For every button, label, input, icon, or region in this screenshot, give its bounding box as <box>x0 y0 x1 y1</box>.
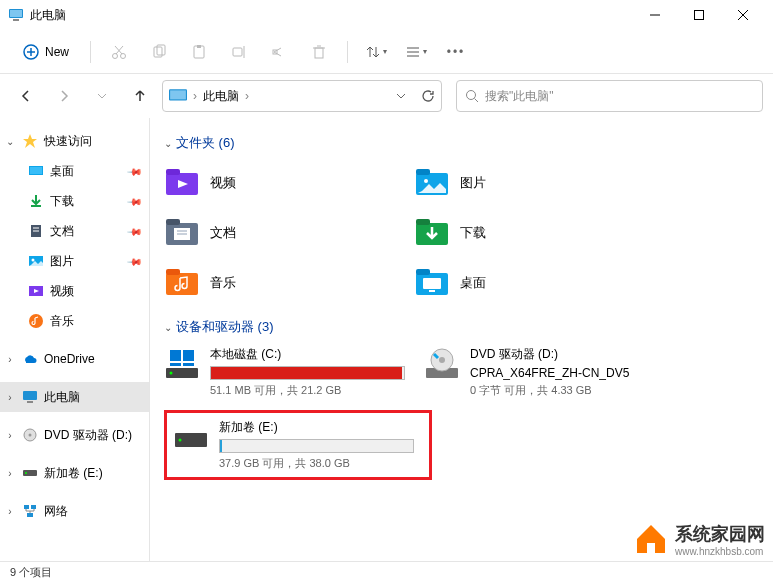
drive-icon <box>22 465 38 481</box>
pin-icon: 📌 <box>127 253 143 269</box>
svg-point-44 <box>29 434 32 437</box>
sidebar-pictures[interactable]: 图片📌 <box>0 246 149 276</box>
status-bar: 9 个项目 <box>0 561 773 583</box>
folder-music[interactable]: 音乐 <box>164 262 394 304</box>
arrow-up-icon <box>132 88 148 104</box>
copy-button[interactable] <box>141 34 177 70</box>
search-box[interactable]: 搜索"此电脑" <box>456 80 763 112</box>
folder-pictures[interactable]: 图片 <box>414 162 644 204</box>
sidebar-downloads[interactable]: 下载📌 <box>0 186 149 216</box>
cut-button[interactable] <box>101 34 137 70</box>
svg-point-40 <box>29 314 43 328</box>
up-button[interactable] <box>124 80 156 112</box>
sidebar-dvd[interactable]: ›DVD 驱动器 (D:) <box>0 420 149 450</box>
sidebar-desktop[interactable]: 桌面📌 <box>0 156 149 186</box>
separator <box>347 41 348 63</box>
svg-rect-65 <box>416 269 430 275</box>
svg-rect-4 <box>695 11 704 20</box>
document-icon <box>28 223 44 239</box>
drive-e-name: 新加卷 (E:) <box>219 419 423 436</box>
share-button[interactable] <box>261 34 297 70</box>
drive-e[interactable]: 新加卷 (E:) 37.9 GB 可用，共 38.0 GB <box>173 419 423 471</box>
sort-button[interactable]: ▾ <box>358 34 394 70</box>
arrow-right-icon <box>56 88 72 104</box>
refresh-icon[interactable] <box>421 89 435 103</box>
chevron-right-icon: › <box>193 89 197 103</box>
nav-row: › 此电脑 › 搜索"此电脑" <box>0 74 773 118</box>
svg-rect-67 <box>429 290 435 292</box>
music-icon <box>28 313 44 329</box>
chevron-down-icon: ⌄ <box>164 322 172 333</box>
sidebar-documents[interactable]: 文档📌 <box>0 216 149 246</box>
sidebar-newvol[interactable]: ›新加卷 (E:) <box>0 458 149 488</box>
svg-rect-72 <box>170 363 181 366</box>
folder-videos[interactable]: 视频 <box>164 162 394 204</box>
svg-rect-73 <box>183 363 194 366</box>
download-icon <box>28 193 44 209</box>
desktop-folder-icon <box>414 265 450 301</box>
pin-icon: 📌 <box>127 223 143 239</box>
chevron-right-icon: › <box>4 392 16 403</box>
pin-icon: 📌 <box>127 193 143 209</box>
documents-folder-icon <box>164 215 200 251</box>
separator <box>90 41 91 63</box>
svg-point-69 <box>170 372 173 375</box>
sidebar-music[interactable]: 音乐 <box>0 306 149 336</box>
more-button[interactable]: ••• <box>438 34 474 70</box>
highlight-box: 新加卷 (E:) 37.9 GB 可用，共 38.0 GB <box>164 410 432 480</box>
svg-line-12 <box>116 46 123 54</box>
svg-rect-47 <box>24 505 29 509</box>
video-icon <box>28 283 44 299</box>
svg-rect-41 <box>23 391 37 400</box>
minimize-button[interactable] <box>633 0 677 30</box>
chevron-down-icon[interactable] <box>395 90 407 102</box>
svg-point-76 <box>439 357 445 363</box>
video-folder-icon <box>164 165 200 201</box>
desktop-icon <box>28 163 44 179</box>
svg-line-13 <box>115 46 122 54</box>
svg-rect-48 <box>31 505 36 509</box>
svg-point-11 <box>121 53 126 58</box>
folder-documents[interactable]: 文档 <box>164 212 394 254</box>
sidebar: ⌄快速访问 桌面📌 下载📌 文档📌 图片📌 视频 音乐 ›OneDrive ›此… <box>0 118 150 561</box>
chevron-right-icon: › <box>4 430 16 441</box>
rename-button[interactable] <box>221 34 257 70</box>
drive-c[interactable]: 本地磁盘 (C:) 51.1 MB 可用，共 21.2 GB <box>164 346 414 398</box>
forward-button[interactable] <box>48 80 80 112</box>
folder-downloads[interactable]: 下载 <box>414 212 644 254</box>
recent-button[interactable] <box>86 80 118 112</box>
chevron-right-icon: › <box>245 89 249 103</box>
chevron-down-icon <box>97 91 107 101</box>
address-bar[interactable]: › 此电脑 › <box>162 80 442 112</box>
back-button[interactable] <box>10 80 42 112</box>
section-devices-header[interactable]: ⌄设备和驱动器 (3) <box>164 318 759 336</box>
folder-desktop[interactable]: 桌面 <box>414 262 644 304</box>
view-button[interactable]: ▾ <box>398 34 434 70</box>
sidebar-videos[interactable]: 视频 <box>0 276 149 306</box>
svg-rect-53 <box>416 169 430 175</box>
drive-d[interactable]: DVD 驱动器 (D:) CPRA_X64FRE_ZH-CN_DV5 0 字节 … <box>424 346 674 398</box>
body: ⌄快速访问 桌面📌 下载📌 文档📌 图片📌 视频 音乐 ›OneDrive ›此… <box>0 118 773 561</box>
maximize-button[interactable] <box>677 0 721 30</box>
paste-button[interactable] <box>181 34 217 70</box>
drive-c-fill <box>211 367 402 379</box>
breadcrumb-root[interactable]: 此电脑 <box>203 88 239 105</box>
delete-button[interactable] <box>301 34 337 70</box>
sidebar-thispc[interactable]: ›此电脑 <box>0 382 149 412</box>
picture-icon <box>28 253 44 269</box>
search-placeholder: 搜索"此电脑" <box>485 88 554 105</box>
drive-e-bar <box>219 439 414 453</box>
watermark-text: 系统家园网 <box>675 524 765 544</box>
sidebar-onedrive[interactable]: ›OneDrive <box>0 344 149 374</box>
new-button[interactable]: New <box>12 39 80 65</box>
sidebar-network[interactable]: ›网络 <box>0 496 149 526</box>
svg-point-46 <box>25 472 27 474</box>
close-button[interactable] <box>721 0 765 30</box>
svg-point-29 <box>467 91 476 100</box>
svg-rect-42 <box>27 401 33 403</box>
content-area: ⌄文件夹 (6) 视频 图片 文档 下载 音乐 桌面 ⌄设备和驱动器 (3) 本… <box>150 118 773 561</box>
svg-rect-56 <box>166 219 180 225</box>
downloads-folder-icon <box>414 215 450 251</box>
section-folders-header[interactable]: ⌄文件夹 (6) <box>164 134 759 152</box>
sidebar-quick-access[interactable]: ⌄快速访问 <box>0 126 149 156</box>
